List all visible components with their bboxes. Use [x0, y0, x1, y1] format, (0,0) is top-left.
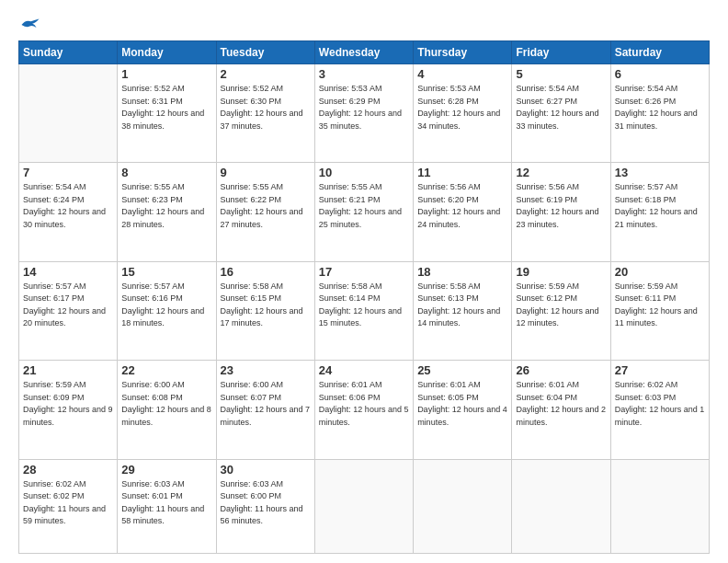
weekday-header-wednesday: Wednesday	[314, 41, 413, 64]
day-number: 11	[417, 166, 507, 179]
day-number: 22	[121, 363, 211, 377]
day-number: 23	[221, 363, 311, 377]
calendar-cell: 9Sunrise: 5:55 AMSunset: 6:22 PMDaylight…	[216, 163, 314, 261]
day-detail: Sunrise: 6:01 AMSunset: 6:06 PMDaylight:…	[319, 379, 409, 429]
day-number: 24	[319, 363, 409, 377]
calendar-cell: 29Sunrise: 6:03 AMSunset: 6:01 PMDayligh…	[118, 459, 216, 553]
day-number: 21	[23, 363, 113, 377]
calendar-cell: 6Sunrise: 5:54 AMSunset: 6:26 PMDaylight…	[610, 64, 709, 163]
day-detail: Sunrise: 5:55 AMSunset: 6:21 PMDaylight:…	[319, 181, 409, 231]
day-detail: Sunrise: 6:00 AMSunset: 6:08 PMDaylight:…	[121, 379, 211, 429]
week-row-2: 7Sunrise: 5:54 AMSunset: 6:24 PMDaylight…	[19, 163, 710, 261]
day-detail: Sunrise: 5:55 AMSunset: 6:22 PMDaylight:…	[221, 181, 311, 231]
day-number: 1	[121, 67, 211, 81]
calendar-cell: 4Sunrise: 5:53 AMSunset: 6:28 PMDaylight…	[414, 64, 512, 163]
logo	[18, 17, 40, 33]
calendar-cell: 11Sunrise: 5:56 AMSunset: 6:20 PMDayligh…	[414, 163, 512, 261]
day-number: 16	[221, 265, 311, 279]
day-number: 2	[221, 67, 311, 81]
calendar-cell: 22Sunrise: 6:00 AMSunset: 6:08 PMDayligh…	[118, 361, 216, 459]
day-detail: Sunrise: 5:56 AMSunset: 6:19 PMDaylight:…	[516, 181, 606, 231]
calendar-cell: 13Sunrise: 5:57 AMSunset: 6:18 PMDayligh…	[610, 163, 709, 261]
day-number: 4	[417, 67, 507, 81]
calendar-cell: 5Sunrise: 5:54 AMSunset: 6:27 PMDaylight…	[512, 64, 610, 163]
day-number: 18	[417, 265, 507, 279]
day-number: 14	[23, 265, 113, 279]
logo-bird-icon	[20, 17, 40, 33]
day-detail: Sunrise: 5:58 AMSunset: 6:14 PMDaylight:…	[319, 281, 409, 330]
calendar-cell	[414, 459, 512, 553]
weekday-header-monday: Monday	[118, 41, 216, 64]
weekday-header-friday: Friday	[512, 41, 610, 64]
day-detail: Sunrise: 5:55 AMSunset: 6:23 PMDaylight:…	[121, 181, 211, 231]
header	[18, 17, 710, 33]
day-number: 17	[319, 265, 409, 279]
day-detail: Sunrise: 5:53 AMSunset: 6:29 PMDaylight:…	[319, 83, 409, 132]
day-number: 29	[121, 463, 211, 477]
calendar-cell: 7Sunrise: 5:54 AMSunset: 6:24 PMDaylight…	[19, 163, 118, 261]
day-number: 27	[615, 363, 705, 377]
day-number: 25	[417, 363, 507, 377]
calendar-cell: 26Sunrise: 6:01 AMSunset: 6:04 PMDayligh…	[512, 361, 610, 459]
day-detail: Sunrise: 6:03 AMSunset: 6:00 PMDaylight:…	[221, 478, 311, 528]
day-detail: Sunrise: 6:00 AMSunset: 6:07 PMDaylight:…	[221, 379, 311, 429]
calendar-cell: 2Sunrise: 5:52 AMSunset: 6:30 PMDaylight…	[216, 64, 314, 163]
calendar-cell: 3Sunrise: 5:53 AMSunset: 6:29 PMDaylight…	[314, 64, 413, 163]
week-row-1: 1Sunrise: 5:52 AMSunset: 6:31 PMDaylight…	[19, 64, 710, 163]
calendar-cell: 18Sunrise: 5:58 AMSunset: 6:13 PMDayligh…	[414, 261, 512, 360]
day-number: 19	[516, 265, 606, 279]
day-detail: Sunrise: 5:57 AMSunset: 6:17 PMDaylight:…	[23, 281, 113, 330]
day-detail: Sunrise: 5:54 AMSunset: 6:26 PMDaylight:…	[615, 83, 705, 132]
day-detail: Sunrise: 5:59 AMSunset: 6:09 PMDaylight:…	[23, 379, 113, 429]
calendar-cell	[314, 459, 413, 553]
day-detail: Sunrise: 5:58 AMSunset: 6:13 PMDaylight:…	[417, 281, 507, 330]
week-row-5: 28Sunrise: 6:02 AMSunset: 6:02 PMDayligh…	[19, 459, 710, 553]
day-number: 30	[221, 463, 311, 477]
weekday-header-sunday: Sunday	[19, 41, 118, 64]
day-number: 15	[121, 265, 211, 279]
day-detail: Sunrise: 5:52 AMSunset: 6:30 PMDaylight:…	[221, 83, 311, 132]
day-detail: Sunrise: 5:52 AMSunset: 6:31 PMDaylight:…	[121, 83, 211, 132]
calendar-cell	[19, 64, 118, 163]
day-detail: Sunrise: 6:01 AMSunset: 6:04 PMDaylight:…	[516, 379, 606, 429]
calendar-cell: 23Sunrise: 6:00 AMSunset: 6:07 PMDayligh…	[216, 361, 314, 459]
day-detail: Sunrise: 5:54 AMSunset: 6:27 PMDaylight:…	[516, 83, 606, 132]
day-number: 8	[121, 166, 211, 179]
calendar-cell: 17Sunrise: 5:58 AMSunset: 6:14 PMDayligh…	[314, 261, 413, 360]
day-detail: Sunrise: 6:03 AMSunset: 6:01 PMDaylight:…	[121, 478, 211, 528]
calendar-cell: 15Sunrise: 5:57 AMSunset: 6:16 PMDayligh…	[118, 261, 216, 360]
day-number: 7	[23, 166, 113, 179]
calendar-cell	[512, 459, 610, 553]
logo-text	[18, 17, 40, 33]
calendar-cell: 19Sunrise: 5:59 AMSunset: 6:12 PMDayligh…	[512, 261, 610, 360]
day-detail: Sunrise: 6:01 AMSunset: 6:05 PMDaylight:…	[417, 379, 507, 429]
day-detail: Sunrise: 5:57 AMSunset: 6:16 PMDaylight:…	[121, 281, 211, 330]
calendar-cell: 1Sunrise: 5:52 AMSunset: 6:31 PMDaylight…	[118, 64, 216, 163]
day-number: 5	[516, 67, 606, 81]
day-number: 9	[221, 166, 311, 179]
calendar-cell: 27Sunrise: 6:02 AMSunset: 6:03 PMDayligh…	[610, 361, 709, 459]
day-detail: Sunrise: 5:59 AMSunset: 6:12 PMDaylight:…	[516, 281, 606, 330]
calendar-cell: 12Sunrise: 5:56 AMSunset: 6:19 PMDayligh…	[512, 163, 610, 261]
day-detail: Sunrise: 5:58 AMSunset: 6:15 PMDaylight:…	[221, 281, 311, 330]
day-detail: Sunrise: 6:02 AMSunset: 6:02 PMDaylight:…	[23, 478, 113, 528]
day-number: 26	[516, 363, 606, 377]
day-detail: Sunrise: 5:53 AMSunset: 6:28 PMDaylight:…	[417, 83, 507, 132]
day-detail: Sunrise: 5:59 AMSunset: 6:11 PMDaylight:…	[615, 281, 705, 330]
calendar-cell: 21Sunrise: 5:59 AMSunset: 6:09 PMDayligh…	[19, 361, 118, 459]
weekday-header-thursday: Thursday	[414, 41, 512, 64]
day-detail: Sunrise: 6:02 AMSunset: 6:03 PMDaylight:…	[615, 379, 705, 429]
day-detail: Sunrise: 5:56 AMSunset: 6:20 PMDaylight:…	[417, 181, 507, 231]
calendar-cell: 10Sunrise: 5:55 AMSunset: 6:21 PMDayligh…	[314, 163, 413, 261]
day-detail: Sunrise: 5:57 AMSunset: 6:18 PMDaylight:…	[615, 181, 705, 231]
day-number: 6	[615, 67, 705, 81]
calendar-cell	[610, 459, 709, 553]
day-number: 13	[615, 166, 705, 179]
calendar-cell: 28Sunrise: 6:02 AMSunset: 6:02 PMDayligh…	[19, 459, 118, 553]
calendar-cell: 20Sunrise: 5:59 AMSunset: 6:11 PMDayligh…	[610, 261, 709, 360]
day-number: 12	[516, 166, 606, 179]
calendar-table: SundayMondayTuesdayWednesdayThursdayFrid…	[18, 40, 710, 554]
calendar-cell: 16Sunrise: 5:58 AMSunset: 6:15 PMDayligh…	[216, 261, 314, 360]
day-number: 28	[23, 463, 113, 477]
weekday-header-row: SundayMondayTuesdayWednesdayThursdayFrid…	[19, 41, 710, 64]
